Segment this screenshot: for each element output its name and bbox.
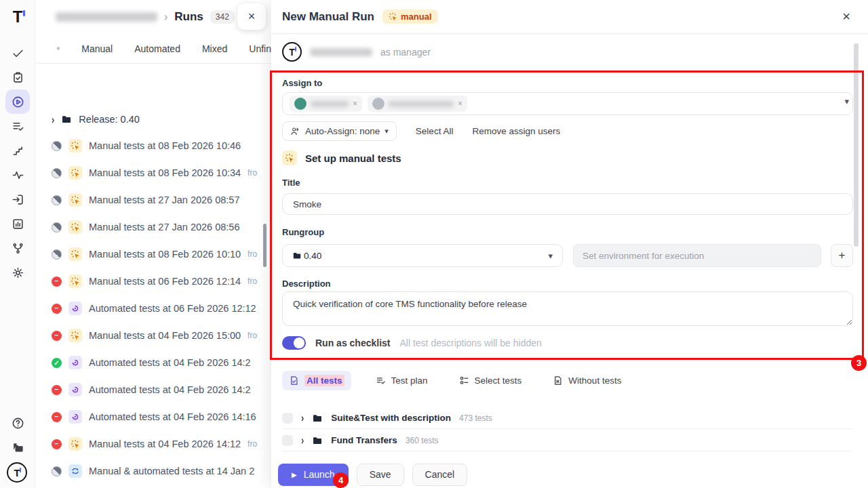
assigned-user-chip[interactable]: × (368, 96, 467, 112)
tab-label: Select tests (475, 375, 522, 386)
run-as-checklist-row: Run as checklist All test descriptions w… (282, 336, 542, 350)
modal-scrollbar[interactable] (854, 43, 859, 247)
launch-label: Launch (304, 469, 335, 480)
run-list-item[interactable]: Manual tests at 27 Jan 2026 08:56 (52, 217, 271, 237)
user-name-blurred (389, 101, 454, 107)
project-name-blurred[interactable] (56, 12, 157, 22)
toggle-knob (294, 338, 304, 348)
suite-test-count: 473 tests (459, 413, 492, 423)
filter-tab-manual[interactable]: Manual (81, 43, 113, 54)
chevron-down-icon: ▾ (384, 127, 389, 136)
sidebar-item-reports-icon[interactable] (5, 211, 30, 236)
runs-list-panel: › Runs 342 Manual Automated Mixed Unfin … (35, 0, 271, 488)
run-list-item[interactable]: Manual tests at 04 Feb 2026 14:12 fro (52, 434, 271, 454)
tab-test-plan[interactable]: Test plan (369, 371, 435, 390)
projects-icon[interactable] (5, 435, 30, 460)
run-list-item[interactable]: Automated tests at 04 Feb 2026 14:2 (52, 352, 271, 373)
manual-cursor-icon (282, 150, 297, 165)
manager-avatar: T (282, 42, 302, 62)
sidebar-item-import-icon[interactable] (5, 187, 30, 211)
run-list-item[interactable]: Automated tests at 04 Feb 2026 14:2 (52, 380, 271, 400)
remove-assign-users-button[interactable]: Remove assign users (472, 126, 560, 136)
sidebar-item-checks-icon[interactable] (5, 41, 30, 65)
remove-chip-icon[interactable]: × (458, 99, 462, 108)
user-avatar (372, 98, 384, 110)
sidebar-item-settings-icon[interactable] (5, 260, 30, 285)
suite-tree-row[interactable]: › Suite&Test with description 473 tests (282, 407, 853, 429)
status-in-progress-icon (52, 249, 62, 260)
checklist-toggle[interactable] (282, 336, 306, 350)
filter-tab-unfinished[interactable]: Unfin (249, 43, 271, 54)
modal-close-icon[interactable]: × (842, 9, 850, 24)
modal-footer: ▶ Launch Save Cancel (271, 461, 868, 488)
status-passed-icon (52, 358, 62, 368)
assign-to-select[interactable]: × × (282, 92, 853, 115)
sidebar-item-runs-icon[interactable] (5, 89, 30, 114)
chevron-down-icon[interactable]: ▾ (844, 96, 849, 106)
run-list-item[interactable]: Automated tests at 04 Feb 2026 14:16 (52, 407, 271, 427)
sidebar-item-steps-icon[interactable] (5, 138, 30, 163)
remove-chip-icon[interactable]: × (353, 99, 357, 108)
app-logo[interactable]: T (7, 5, 28, 28)
select-all-icon[interactable] (57, 43, 60, 54)
run-list-item[interactable]: Manual tests at 08 Feb 2026 10:34 fro (52, 163, 271, 183)
list-scrollbar[interactable] (263, 224, 267, 267)
status-stopped-icon (52, 439, 62, 449)
filter-tab-mixed[interactable]: Mixed (202, 43, 227, 54)
help-icon[interactable] (5, 411, 30, 435)
chevron-right-icon[interactable]: › (301, 411, 304, 425)
assigned-user-chip[interactable]: × (290, 96, 362, 112)
suite-checkbox[interactable] (282, 413, 293, 424)
chevron-right-icon[interactable]: › (301, 434, 304, 447)
manual-run-icon (68, 139, 82, 152)
status-in-progress-icon (52, 222, 62, 232)
environment-input[interactable] (573, 244, 821, 267)
add-environment-button[interactable]: + (831, 244, 853, 267)
select-all-button[interactable]: Select All (416, 126, 454, 136)
annotation-badge-3: 3 (851, 355, 867, 371)
run-list-item[interactable]: Automated tests at 06 Feb 2026 12:12 (52, 298, 271, 319)
description-label: Description (282, 279, 331, 289)
tab-without-tests[interactable]: Without tests (546, 371, 628, 390)
sidebar-item-tasks-icon[interactable] (5, 65, 30, 89)
breadcrumb: › Runs 342 (56, 8, 235, 26)
new-manual-run-modal: New Manual Run manual × T as manager Ass… (271, 0, 868, 488)
filter-tab-automated[interactable]: Automated (134, 43, 180, 54)
run-list-item[interactable]: Manual tests at 06 Feb 2026 12:14 fro (52, 271, 271, 291)
sidebar-item-activity-icon[interactable] (5, 163, 30, 187)
description-textarea[interactable]: Quick verification of core TMS functiona… (282, 291, 853, 326)
run-title: Automated tests at 06 Feb 2026 12:12 (89, 303, 256, 314)
run-list-item[interactable]: Manual tests at 27 Jan 2026 08:57 (52, 190, 271, 210)
run-list-item[interactable]: Manual tests at 04 Feb 2026 15:00 fro (52, 325, 271, 346)
suite-name: Suite&Test with description (331, 413, 451, 423)
user-avatar[interactable]: T (7, 462, 27, 483)
sidebar-item-branches-icon[interactable] (5, 236, 30, 260)
suite-tree-row[interactable]: › Fund Transfers 360 tests (282, 430, 853, 451)
suite-checkbox[interactable] (282, 435, 293, 446)
user-name-blurred (311, 101, 349, 107)
folder-row[interactable]: › Release: 0.40 (52, 109, 271, 129)
tab-select-tests[interactable]: Select tests (452, 371, 529, 390)
title-input[interactable] (282, 193, 853, 215)
cancel-button[interactable]: Cancel (412, 464, 468, 486)
folder-icon (312, 413, 323, 424)
run-list-item[interactable]: Manual tests at 08 Feb 2026 10:10 fro (52, 244, 271, 264)
checklist-hint: All test descriptions will be hidden (400, 338, 542, 348)
save-button[interactable]: Save (357, 464, 404, 486)
manager-row: T as manager (282, 42, 431, 62)
run-list-item[interactable]: Manual tests at 08 Feb 2026 10:46 (52, 136, 271, 156)
tab-label: All tests (304, 375, 344, 386)
icon-sidebar: T T (0, 0, 35, 488)
manual-run-icon (68, 193, 82, 207)
sidebar-item-test-plans-icon[interactable] (5, 114, 30, 138)
status-stopped-icon (52, 385, 62, 395)
run-list-item[interactable]: Manual & automated tests at 14 Jan 2 (52, 461, 271, 481)
panel-close-button[interactable]: × (237, 3, 266, 30)
auto-assign-button[interactable]: Auto-Assign: none ▾ (282, 121, 397, 141)
tab-all-tests[interactable]: All tests (282, 371, 351, 390)
run-title: Manual tests at 08 Feb 2026 10:34 (89, 167, 241, 178)
setup-heading-row: Set up manual tests (282, 150, 401, 165)
run-title: Manual tests at 27 Jan 2026 08:57 (89, 195, 240, 205)
rungroup-select[interactable]: 0.40 ▾ (282, 244, 563, 267)
chevron-right-icon[interactable]: › (52, 113, 54, 126)
